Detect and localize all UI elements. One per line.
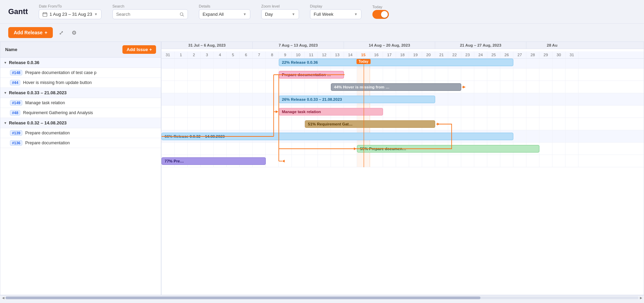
day-col-27: [513, 81, 526, 93]
search-group: Search: [112, 4, 188, 19]
day-cell-30: 29: [539, 51, 552, 58]
release-row-032[interactable]: ▼ Release 0.0.32 – 14.08.2023: [0, 118, 161, 128]
issue-badge-149: #149: [10, 100, 22, 106]
date-chevron: ▼: [94, 12, 98, 16]
day-col-31: [565, 143, 579, 155]
day-col-9: [279, 155, 292, 167]
day-col-13: [331, 155, 344, 167]
today-toggle[interactable]: [372, 10, 389, 19]
details-dropdown[interactable]: Expand All ▼: [199, 9, 250, 19]
settings-icon[interactable]: ⚙: [70, 27, 79, 38]
display-dropdown[interactable]: Full Week ▼: [310, 9, 361, 19]
day-col-10: [292, 81, 305, 93]
gantt-bar-row0[interactable]: 22% Release 0.0.36: [279, 59, 513, 66]
day-col-2: [188, 69, 201, 81]
day-col-1: [175, 118, 188, 130]
day-col-4: [214, 118, 227, 130]
day-col-17: [383, 69, 396, 81]
day-col-8: [266, 143, 279, 155]
day-cell-21: 20: [422, 51, 435, 58]
day-col-25: [487, 118, 500, 130]
day-cell-4: 3: [201, 51, 214, 58]
day-col-14: [344, 155, 357, 167]
day-bg-4: [162, 106, 644, 118]
release-row-033[interactable]: ▼ Release 0.0.33 – 21.08.2023: [0, 88, 161, 98]
day-col-4: [214, 93, 227, 105]
day-col-7: [253, 118, 266, 130]
gantt-bar-row4[interactable]: Manage task relation: [279, 108, 383, 116]
search-box[interactable]: [112, 9, 188, 19]
day-col-28: [526, 118, 539, 130]
gantt-bar-row5[interactable]: 51% Requirement Gat…: [305, 120, 435, 128]
expand-icon[interactable]: ⤢: [57, 27, 65, 38]
week-cell-4: 21 Aug – 27 Aug, 2023: [435, 42, 526, 49]
day-col-29: [539, 118, 552, 130]
scrollbar-thumb[interactable]: [5, 296, 480, 299]
day-col-4: [214, 69, 227, 81]
issue-badge-44: #44: [10, 80, 20, 85]
week-headers: 31 Jul – 6 Aug, 2023 7 Aug – 13 Aug, 202…: [162, 42, 644, 49]
day-col-6: [240, 143, 253, 155]
day-col-26: [500, 155, 513, 167]
date-value: 1 Aug 23 – 31 Aug 23: [49, 12, 92, 17]
day-col-19: [409, 106, 422, 118]
add-issue-button[interactable]: Add Issue +: [122, 45, 156, 54]
day-col-25: [487, 155, 500, 167]
gantt-bar-row8[interactable]: 77% Pre…: [162, 157, 266, 165]
zoom-value: Day: [265, 12, 273, 17]
day-col-14: [344, 69, 357, 81]
date-picker[interactable]: 1 Aug 23 – 31 Aug 23 ▼: [39, 9, 101, 19]
day-cell-23: 22: [448, 51, 461, 58]
issue-title-136: Prepare documentation: [25, 141, 70, 145]
today-line: [363, 56, 364, 167]
week-label-4: 21 Aug – 27 Aug, 2023: [460, 43, 501, 47]
release-row-036[interactable]: ▼ Release 0.0.36: [0, 58, 161, 68]
zoom-dropdown[interactable]: Day ▼: [261, 9, 299, 19]
gantt-bar-row2[interactable]: 44% Hover is missing from …: [331, 83, 461, 91]
day-col-31: [565, 81, 579, 93]
day-col-13: [331, 143, 344, 155]
add-release-button[interactable]: Add Release +: [8, 27, 53, 38]
search-icon: [180, 12, 184, 17]
day-col-5: [227, 143, 240, 155]
day-cell-2: 1: [175, 51, 188, 58]
day-col-9: [279, 81, 292, 93]
today-group: Today: [372, 5, 389, 19]
day-col-10: [292, 155, 305, 167]
day-col-29: [539, 130, 552, 142]
day-col-2: [188, 106, 201, 118]
day-col-5: [227, 93, 240, 105]
day-col-0: [162, 106, 175, 118]
day-col-29: [539, 93, 552, 105]
day-col-24: [474, 69, 487, 81]
display-chevron-icon: ▼: [354, 12, 358, 16]
gantt-bar-row1[interactable]: Prepare documentation …: [279, 71, 344, 78]
day-col-29: [539, 106, 552, 118]
week-label-3: 14 Aug – 20 Aug, 2023: [369, 43, 410, 47]
issue-title-149: Manage task relation: [25, 100, 65, 105]
day-col-0: [162, 143, 175, 155]
chart-row-4: [162, 106, 644, 118]
day-cell-3: 2: [188, 51, 201, 58]
issue-title-48: Requirement Gathering and Analysis: [23, 110, 93, 115]
day-col-24: [474, 155, 487, 167]
issue-title-148: Prepare documentation of test case p: [25, 70, 96, 75]
day-cell-6: 5: [227, 51, 240, 58]
day-cell-15: 14: [344, 51, 357, 58]
search-input[interactable]: [116, 12, 178, 17]
day-col-30: [552, 130, 565, 142]
gantt-bar-row6[interactable]: 66% Release 0.0.32 – 14.08.2023: [162, 133, 513, 140]
day-col-30: [552, 106, 565, 118]
gantt-bar-row7[interactable]: 55% Prepare documen…: [357, 145, 539, 153]
day-col-11: [305, 155, 318, 167]
day-col-2: [188, 81, 201, 93]
day-col-1: [175, 93, 188, 105]
scroll-left-arrow[interactable]: ◀: [1, 295, 5, 300]
day-col-31: [565, 118, 579, 130]
scrollbar-track[interactable]: [5, 296, 639, 299]
gantt-bar-row3[interactable]: 26% Release 0.0.33 – 21.08.2023: [279, 96, 435, 103]
chart-panel[interactable]: 31 Jul – 6 Aug, 2023 7 Aug – 13 Aug, 202…: [162, 42, 644, 295]
scroll-right-arrow[interactable]: ▶: [639, 295, 643, 300]
day-col-30: [552, 93, 565, 105]
day-col-19: [409, 69, 422, 81]
